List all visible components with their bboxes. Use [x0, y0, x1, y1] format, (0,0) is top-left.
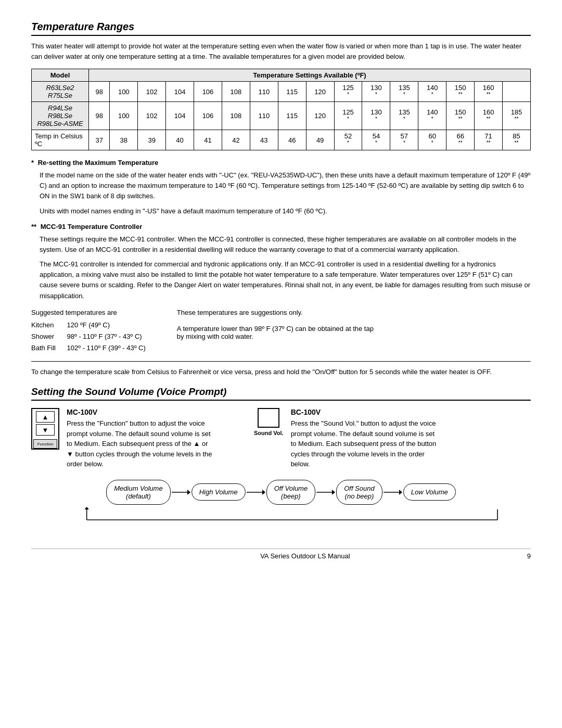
model-cell: R63LSe2R75LSe: [32, 82, 89, 102]
svg-marker-1: [187, 490, 190, 495]
mc100v-block: ▲ ▼ Function MC-100V Press the "Function…: [31, 408, 212, 469]
vol-node-off-sound: Off Sound(no beep): [336, 480, 382, 505]
table-row: R63LSe2R75LSe 98100102104106108110115120…: [32, 82, 531, 102]
single-star-body-1: If the model name on the side of the wat…: [40, 170, 531, 201]
return-arrow-container: [31, 507, 531, 522]
suggested-label: Suggested temperatures are: [31, 309, 146, 316]
bathfill-temp: Bath Fill 102º - 110º F (39º - 43º C): [31, 342, 146, 354]
section-title-temp: Temperature Ranges: [31, 21, 531, 36]
single-star-body-2: Units with model names ending in "-US" h…: [40, 206, 531, 216]
suggested-left: Suggested temperatures are Kitchen 120 º…: [31, 309, 146, 354]
footer-page: 9: [527, 552, 531, 560]
arrow-2: [247, 487, 265, 497]
bc100v-block: Sound Vol. BC-100V Press the "Sound Vol.…: [254, 408, 437, 469]
svg-marker-7: [399, 490, 402, 495]
mc100v-down-btn[interactable]: ▼: [36, 424, 55, 436]
controllers-row: ▲ ▼ Function MC-100V Press the "Function…: [31, 408, 531, 469]
svg-marker-5: [332, 490, 335, 495]
model-cell: R94LSeR98LSeR98LSe-ASME: [32, 102, 89, 130]
kitchen-temp: Kitchen 120 ºF (49º C): [31, 320, 146, 331]
temperature-table: Model Temperature Settings Available (ºF…: [31, 69, 531, 150]
cold-water-note: A temperature lower than 98º F (37º C) c…: [177, 325, 375, 340]
double-star-body-2: The MCC-91 controller is intended for co…: [40, 259, 531, 301]
svg-marker-3: [262, 490, 265, 495]
mc100v-up-btn[interactable]: ▲: [36, 411, 55, 423]
arrow-3: [316, 487, 335, 497]
sound-section-title: Setting the Sound Volume (Voice Prompt): [31, 386, 531, 401]
footer: VA Series Outdoor LS Manual 9: [31, 548, 531, 560]
table-row: R94LSeR98LSeR98LSe-ASME 9810010210410610…: [32, 102, 531, 130]
table-header-temp: Temperature Settings Available (ºF): [89, 69, 531, 82]
vol-node-high: High Volume: [191, 483, 246, 501]
arrow-4: [384, 487, 402, 497]
temps-list: Kitchen 120 ºF (49º C) Shower 98º - 110º…: [31, 320, 146, 354]
volume-flow-diagram: Medium Volume(default) High Volume Off V…: [31, 480, 531, 505]
mc100v-function-btn[interactable]: Function: [33, 439, 57, 449]
notes-section: * Re-setting the Maximum Temperature If …: [31, 158, 531, 301]
footer-center: VA Series Outdoor LS Manual: [260, 552, 350, 560]
table-header-model: Model: [32, 69, 89, 82]
single-star-header: * Re-setting the Maximum Temperature: [31, 158, 531, 168]
table-row: Temp in Celsius ºC 373839404142434649 52…: [32, 130, 531, 150]
intro-paragraph: This water heater will attempt to provid…: [31, 41, 531, 61]
double-star-note: ** MCC-91 Temperature Controller These s…: [31, 222, 531, 301]
bc100v-label: BC-100V: [291, 408, 437, 416]
change-temp-note: To change the temperature scale from Cel…: [31, 361, 531, 377]
double-star-body-1: These settings require the MCC-91 contro…: [40, 234, 531, 255]
suggested-right: These temperatures are suggestions only.…: [177, 309, 375, 354]
return-arrow-svg: [31, 507, 531, 522]
celsius-label: Temp in Celsius ºC: [32, 130, 89, 150]
arrow-1: [172, 487, 190, 497]
mc100v-graphic: ▲ ▼ Function: [31, 408, 59, 450]
single-star-note: * Re-setting the Maximum Temperature If …: [31, 158, 531, 216]
bc100v-graphic: Sound Vol.: [254, 408, 284, 436]
vol-node-low: Low Volume: [403, 483, 456, 501]
bc100v-sound-btn[interactable]: [258, 408, 279, 428]
suggested-temps-block: Suggested temperatures are Kitchen 120 º…: [31, 309, 531, 354]
bc100v-desc-block: BC-100V Press the "Sound Vol." button to…: [291, 408, 437, 469]
shower-temp: Shower 98º - 110º F (37º - 43º C): [31, 331, 146, 342]
svg-marker-11: [84, 507, 89, 509]
bc100v-description: Press the "Sound Vol." button to adjust …: [291, 418, 437, 469]
mc100v-description: Press the "Function" button to adjust th…: [67, 418, 212, 469]
vol-node-medium: Medium Volume(default): [106, 480, 170, 505]
vol-node-off-volume: Off Volume(beep): [266, 480, 316, 505]
bc100v-btn-label: Sound Vol.: [254, 430, 284, 436]
mc100v-label: MC-100V: [67, 408, 212, 416]
mc100v-desc-block: MC-100V Press the "Function" button to a…: [67, 408, 212, 469]
double-star-header: ** MCC-91 Temperature Controller: [31, 222, 531, 232]
suggestions-only: These temperatures are suggestions only.: [177, 309, 375, 316]
volume-flow-container: Medium Volume(default) High Volume Off V…: [31, 480, 531, 522]
